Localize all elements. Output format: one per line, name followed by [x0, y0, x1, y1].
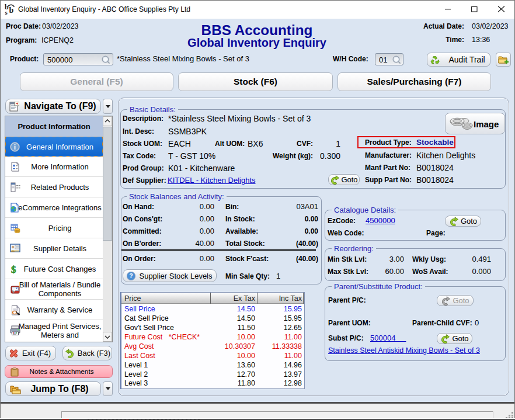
svg-text:s: s — [5, 9, 8, 16]
svg-text:?: ? — [130, 272, 133, 279]
svg-text:b: b — [9, 6, 14, 15]
